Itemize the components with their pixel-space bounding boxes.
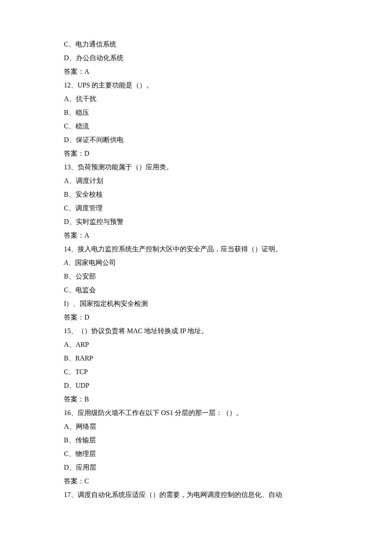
question-13-option-b: B、安全校核 (64, 188, 328, 201)
question-14-option-a-label: A (64, 259, 68, 266)
question-12-stem: 12、UPS 的主要功能是（）。 (64, 78, 328, 92)
question-14-option-a: A、国家电网公司 (64, 256, 328, 270)
question-14-option-d: I）、国家指定机构安全检测 (64, 297, 328, 311)
question-15-option-c: C、TCP (64, 365, 328, 379)
question-14-option-a-text: 、国家电网公司 (68, 259, 116, 266)
question-12-option-a: A、抗干扰 (64, 92, 328, 106)
question-14-option-c: C、电监会 (64, 283, 328, 297)
question-15-answer: 答案：B (64, 392, 328, 406)
question-16-option-a: A、网络层 (64, 420, 328, 433)
question-12-answer: 答案：D (64, 147, 328, 160)
question-12-option-d: D、保证不间断供电 (64, 133, 328, 147)
question-16-option-c: C、物理层 (64, 447, 328, 461)
question-14-stem: 14、接入电力监控系统生产控制大区中的安全产品，应当获得（）证明。 (64, 242, 328, 256)
question-15-option-a: A、ARP (64, 338, 328, 352)
question-15-option-b: B、RARP (64, 352, 328, 365)
question-12-option-c: C、稳流 (64, 119, 328, 133)
question-13-option-c: C、调度管理 (64, 201, 328, 215)
question-11-answer: 答案：A (64, 65, 328, 78)
question-12-option-b: B、稳压 (64, 106, 328, 119)
question-14-answer: 答案：D (64, 311, 328, 324)
question-13-stem: 13、负荷预测功能属于（）应用类。 (64, 160, 328, 174)
question-13-option-d: D、实时监控与预警 (64, 215, 328, 229)
question-16-option-d: D、应用层 (64, 461, 328, 474)
question-13-option-a: A、调度计划 (64, 174, 328, 188)
question-16-answer: 答案：C (64, 474, 328, 488)
question-15-stem: 15、（）协议负责将 MAC 地址转换成 IP 地址。 (64, 324, 328, 338)
question-17-stem: 17、调度自动化系统应适应（）的需要，为电网调度控制的信息化、自动 (64, 488, 328, 502)
question-16-option-b: B、传输层 (64, 433, 328, 447)
document-page: C、电力通信系统 D、办公自动化系统 答案：A 12、UPS 的主要功能是（）。… (0, 0, 392, 555)
question-14-option-b: B、公安部 (64, 270, 328, 283)
question-11-option-d: D、办公自动化系统 (64, 51, 328, 65)
question-13-answer: 答案：A (64, 229, 328, 242)
question-16-stem: 16、应用级防火墙不工作在以下 OS1 分层的那一层：（）。 (64, 406, 328, 420)
question-11-option-c: C、电力通信系统 (64, 38, 328, 51)
question-15-option-d: D、UDP (64, 379, 328, 392)
